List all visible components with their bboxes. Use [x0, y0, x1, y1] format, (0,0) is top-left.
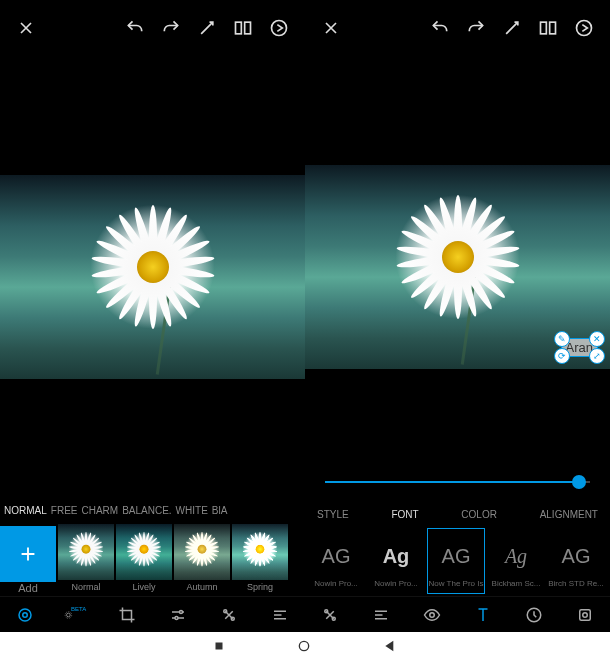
right-editor-panel: STYLE FONT COLOR ALIGNMENT AG Nowin Pro.…: [305, 0, 610, 632]
right-topbar: [305, 0, 610, 56]
text-overlay-box[interactable]: Aran ✎ ✕ ⟳ ⤢: [561, 338, 598, 357]
undo-icon[interactable]: [117, 10, 153, 46]
time-tool-icon[interactable]: [522, 603, 546, 627]
close-icon[interactable]: [8, 10, 44, 46]
filter-category[interactable]: BALANCE.: [122, 505, 171, 516]
nav-back-icon[interactable]: [382, 638, 398, 658]
filter-category[interactable]: BlA: [212, 505, 228, 516]
tab-color[interactable]: COLOR: [461, 509, 497, 520]
settings-tool-icon[interactable]: [268, 603, 292, 627]
settings-tool-icon[interactable]: [369, 603, 393, 627]
font-option[interactable]: Ag Nowin Pro...: [367, 528, 425, 594]
left-editor-panel: NORMAL FREE CHARM BALANCE. WHITE BlA Add…: [0, 0, 305, 632]
text-tool-icon[interactable]: [471, 603, 495, 627]
image-preview: [0, 175, 305, 379]
delete-handle-icon[interactable]: ✕: [589, 331, 605, 347]
tune-tool-icon[interactable]: [166, 603, 190, 627]
font-swatches: AG Nowin Pro... Ag Nowin Pro... AG Now T…: [305, 526, 610, 596]
svg-point-4: [23, 612, 28, 617]
filter-category-tabs[interactable]: NORMAL FREE CHARM BALANCE. WHITE BlA: [0, 498, 305, 522]
add-label: Add: [0, 582, 56, 594]
compare-icon[interactable]: [530, 10, 566, 46]
font-size-slider[interactable]: [325, 475, 590, 489]
svg-point-21: [299, 641, 308, 650]
svg-point-2: [272, 21, 287, 36]
svg-point-13: [577, 21, 592, 36]
redo-icon[interactable]: [458, 10, 494, 46]
crop-tool-icon[interactable]: [115, 603, 139, 627]
system-navbar: [0, 632, 610, 663]
svg-rect-18: [579, 609, 590, 620]
edit-handle-icon[interactable]: ✎: [554, 331, 570, 347]
svg-point-7: [179, 610, 182, 613]
svg-point-8: [175, 616, 178, 619]
adjust-tool-icon[interactable]: [13, 603, 37, 627]
text-option-tabs: STYLE FONT COLOR ALIGNMENT: [305, 502, 610, 526]
filter-category[interactable]: NORMAL: [4, 505, 47, 516]
svg-rect-20: [216, 643, 223, 650]
tab-style[interactable]: STYLE: [317, 509, 349, 520]
effects-tool-icon[interactable]: BETA: [64, 603, 88, 627]
compare-icon[interactable]: [225, 10, 261, 46]
tab-font[interactable]: FONT: [391, 509, 418, 520]
nav-home-icon[interactable]: [296, 638, 312, 658]
filter-thumb-normal[interactable]: Normal: [58, 524, 114, 594]
heal-tool-icon[interactable]: [217, 603, 241, 627]
nav-recent-icon[interactable]: [212, 639, 226, 657]
font-option-selected[interactable]: AG Now The Pro Is: [427, 528, 485, 594]
wand-icon[interactable]: [494, 10, 530, 46]
layers-tool-icon[interactable]: [573, 603, 597, 627]
wand-icon[interactable]: [189, 10, 225, 46]
undo-icon[interactable]: [422, 10, 458, 46]
close-icon[interactable]: [313, 10, 349, 46]
svg-rect-11: [541, 22, 547, 34]
font-option[interactable]: AG Nowin Pro...: [307, 528, 365, 594]
svg-point-6: [65, 611, 72, 618]
left-tool-row: BETA: [0, 596, 305, 632]
filter-thumbnails: Add Normal Lively Autumn Spring: [0, 522, 305, 596]
svg-rect-0: [236, 22, 242, 34]
svg-rect-12: [550, 22, 556, 34]
svg-point-3: [19, 609, 31, 621]
right-tool-row: [305, 596, 610, 632]
filter-category[interactable]: FREE: [51, 505, 78, 516]
svg-point-19: [582, 612, 587, 617]
svg-rect-1: [245, 22, 251, 34]
redo-icon[interactable]: [153, 10, 189, 46]
resize-handle-icon[interactable]: ⤢: [589, 348, 605, 364]
filter-category[interactable]: CHARM: [81, 505, 118, 516]
left-topbar: [0, 0, 305, 56]
left-canvas[interactable]: [0, 56, 305, 498]
font-option[interactable]: AG Birch STD Re...: [547, 528, 605, 594]
rotate-handle-icon[interactable]: ⟳: [554, 348, 570, 364]
filter-category[interactable]: WHITE: [176, 505, 208, 516]
filter-thumb-lively[interactable]: Lively: [116, 524, 172, 594]
visibility-tool-icon[interactable]: [420, 603, 444, 627]
add-filter-button[interactable]: [0, 526, 56, 582]
svg-point-16: [430, 612, 435, 617]
right-canvas[interactable]: [305, 56, 610, 478]
svg-point-5: [67, 613, 71, 617]
apply-icon[interactable]: [261, 10, 297, 46]
tab-alignment[interactable]: ALIGNMENT: [540, 509, 598, 520]
heal-tool-icon[interactable]: [318, 603, 342, 627]
filter-thumb-autumn[interactable]: Autumn: [174, 524, 230, 594]
filter-thumb-spring[interactable]: Spring: [232, 524, 288, 594]
font-option[interactable]: Ag Bickham Sc...: [487, 528, 545, 594]
apply-icon[interactable]: [566, 10, 602, 46]
